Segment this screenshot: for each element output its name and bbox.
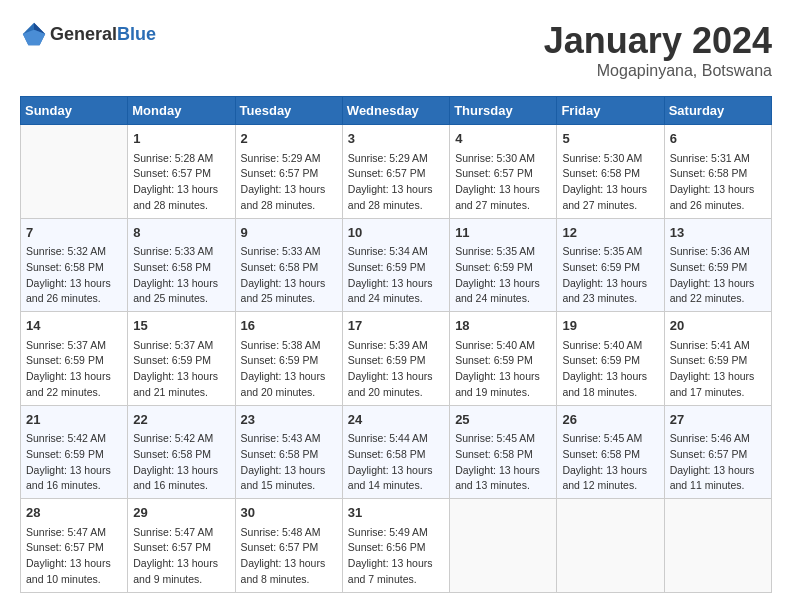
daylight-text: Daylight: 13 hours and 14 minutes.	[348, 463, 444, 495]
day-number: 6	[670, 129, 766, 149]
day-number: 28	[26, 503, 122, 523]
calendar-cell: 12Sunrise: 5:35 AMSunset: 6:59 PMDayligh…	[557, 218, 664, 312]
calendar-cell: 29Sunrise: 5:47 AMSunset: 6:57 PMDayligh…	[128, 499, 235, 593]
calendar-cell: 20Sunrise: 5:41 AMSunset: 6:59 PMDayligh…	[664, 312, 771, 406]
sunset-text: Sunset: 6:56 PM	[348, 540, 444, 556]
daylight-text: Daylight: 13 hours and 11 minutes.	[670, 463, 766, 495]
calendar-cell: 5Sunrise: 5:30 AMSunset: 6:58 PMDaylight…	[557, 125, 664, 219]
calendar-cell: 24Sunrise: 5:44 AMSunset: 6:58 PMDayligh…	[342, 405, 449, 499]
sunset-text: Sunset: 6:57 PM	[241, 540, 337, 556]
day-number: 25	[455, 410, 551, 430]
sunset-text: Sunset: 6:59 PM	[133, 353, 229, 369]
calendar-title: January 2024	[544, 20, 772, 62]
sunset-text: Sunset: 6:57 PM	[670, 447, 766, 463]
sunset-text: Sunset: 6:59 PM	[348, 353, 444, 369]
calendar-cell: 28Sunrise: 5:47 AMSunset: 6:57 PMDayligh…	[21, 499, 128, 593]
sunrise-text: Sunrise: 5:35 AM	[455, 244, 551, 260]
day-number: 9	[241, 223, 337, 243]
sunset-text: Sunset: 6:57 PM	[26, 540, 122, 556]
header-saturday: Saturday	[664, 97, 771, 125]
title-block: January 2024 Mogapinyana, Botswana	[544, 20, 772, 80]
page-header: GeneralBlue January 2024 Mogapinyana, Bo…	[20, 20, 772, 80]
sunrise-text: Sunrise: 5:29 AM	[241, 151, 337, 167]
calendar-cell: 3Sunrise: 5:29 AMSunset: 6:57 PMDaylight…	[342, 125, 449, 219]
day-number: 21	[26, 410, 122, 430]
daylight-text: Daylight: 13 hours and 20 minutes.	[241, 369, 337, 401]
calendar-cell: 19Sunrise: 5:40 AMSunset: 6:59 PMDayligh…	[557, 312, 664, 406]
day-number: 19	[562, 316, 658, 336]
calendar-cell: 25Sunrise: 5:45 AMSunset: 6:58 PMDayligh…	[450, 405, 557, 499]
sunrise-text: Sunrise: 5:49 AM	[348, 525, 444, 541]
daylight-text: Daylight: 13 hours and 16 minutes.	[133, 463, 229, 495]
sunrise-text: Sunrise: 5:42 AM	[133, 431, 229, 447]
sunrise-text: Sunrise: 5:39 AM	[348, 338, 444, 354]
sunset-text: Sunset: 6:59 PM	[455, 260, 551, 276]
sunset-text: Sunset: 6:59 PM	[562, 353, 658, 369]
sunrise-text: Sunrise: 5:38 AM	[241, 338, 337, 354]
sunrise-text: Sunrise: 5:43 AM	[241, 431, 337, 447]
sunset-text: Sunset: 6:59 PM	[455, 353, 551, 369]
calendar-cell: 21Sunrise: 5:42 AMSunset: 6:59 PMDayligh…	[21, 405, 128, 499]
sunset-text: Sunset: 6:58 PM	[133, 260, 229, 276]
daylight-text: Daylight: 13 hours and 16 minutes.	[26, 463, 122, 495]
daylight-text: Daylight: 13 hours and 26 minutes.	[26, 276, 122, 308]
day-number: 11	[455, 223, 551, 243]
daylight-text: Daylight: 13 hours and 21 minutes.	[133, 369, 229, 401]
header-monday: Monday	[128, 97, 235, 125]
sunset-text: Sunset: 6:58 PM	[455, 447, 551, 463]
calendar-cell: 27Sunrise: 5:46 AMSunset: 6:57 PMDayligh…	[664, 405, 771, 499]
daylight-text: Daylight: 13 hours and 23 minutes.	[562, 276, 658, 308]
sunset-text: Sunset: 6:58 PM	[562, 447, 658, 463]
sunset-text: Sunset: 6:59 PM	[241, 353, 337, 369]
logo: GeneralBlue	[20, 20, 156, 48]
day-number: 14	[26, 316, 122, 336]
sunset-text: Sunset: 6:57 PM	[133, 540, 229, 556]
sunrise-text: Sunrise: 5:35 AM	[562, 244, 658, 260]
day-number: 16	[241, 316, 337, 336]
logo-icon	[20, 20, 48, 48]
header-wednesday: Wednesday	[342, 97, 449, 125]
day-number: 12	[562, 223, 658, 243]
day-number: 15	[133, 316, 229, 336]
calendar-cell: 16Sunrise: 5:38 AMSunset: 6:59 PMDayligh…	[235, 312, 342, 406]
calendar-cell	[450, 499, 557, 593]
day-number: 13	[670, 223, 766, 243]
day-number: 23	[241, 410, 337, 430]
daylight-text: Daylight: 13 hours and 25 minutes.	[241, 276, 337, 308]
calendar-cell: 11Sunrise: 5:35 AMSunset: 6:59 PMDayligh…	[450, 218, 557, 312]
day-number: 29	[133, 503, 229, 523]
sunrise-text: Sunrise: 5:32 AM	[26, 244, 122, 260]
sunrise-text: Sunrise: 5:29 AM	[348, 151, 444, 167]
daylight-text: Daylight: 13 hours and 22 minutes.	[670, 276, 766, 308]
sunset-text: Sunset: 6:58 PM	[348, 447, 444, 463]
sunrise-text: Sunrise: 5:40 AM	[455, 338, 551, 354]
sunset-text: Sunset: 6:58 PM	[241, 260, 337, 276]
calendar-cell: 30Sunrise: 5:48 AMSunset: 6:57 PMDayligh…	[235, 499, 342, 593]
calendar-cell: 14Sunrise: 5:37 AMSunset: 6:59 PMDayligh…	[21, 312, 128, 406]
daylight-text: Daylight: 13 hours and 12 minutes.	[562, 463, 658, 495]
header-friday: Friday	[557, 97, 664, 125]
sunrise-text: Sunrise: 5:31 AM	[670, 151, 766, 167]
day-number: 1	[133, 129, 229, 149]
sunset-text: Sunset: 6:57 PM	[455, 166, 551, 182]
sunrise-text: Sunrise: 5:44 AM	[348, 431, 444, 447]
calendar-cell: 6Sunrise: 5:31 AMSunset: 6:58 PMDaylight…	[664, 125, 771, 219]
calendar-cell: 10Sunrise: 5:34 AMSunset: 6:59 PMDayligh…	[342, 218, 449, 312]
header-tuesday: Tuesday	[235, 97, 342, 125]
sunrise-text: Sunrise: 5:47 AM	[26, 525, 122, 541]
sunrise-text: Sunrise: 5:33 AM	[241, 244, 337, 260]
day-number: 26	[562, 410, 658, 430]
week-row-2: 7Sunrise: 5:32 AMSunset: 6:58 PMDaylight…	[21, 218, 772, 312]
daylight-text: Daylight: 13 hours and 10 minutes.	[26, 556, 122, 588]
day-number: 3	[348, 129, 444, 149]
daylight-text: Daylight: 13 hours and 24 minutes.	[348, 276, 444, 308]
day-number: 10	[348, 223, 444, 243]
sunrise-text: Sunrise: 5:42 AM	[26, 431, 122, 447]
sunset-text: Sunset: 6:58 PM	[133, 447, 229, 463]
calendar-cell: 17Sunrise: 5:39 AMSunset: 6:59 PMDayligh…	[342, 312, 449, 406]
daylight-text: Daylight: 13 hours and 19 minutes.	[455, 369, 551, 401]
calendar-cell	[21, 125, 128, 219]
sunset-text: Sunset: 6:57 PM	[133, 166, 229, 182]
sunset-text: Sunset: 6:59 PM	[670, 353, 766, 369]
sunset-text: Sunset: 6:57 PM	[348, 166, 444, 182]
